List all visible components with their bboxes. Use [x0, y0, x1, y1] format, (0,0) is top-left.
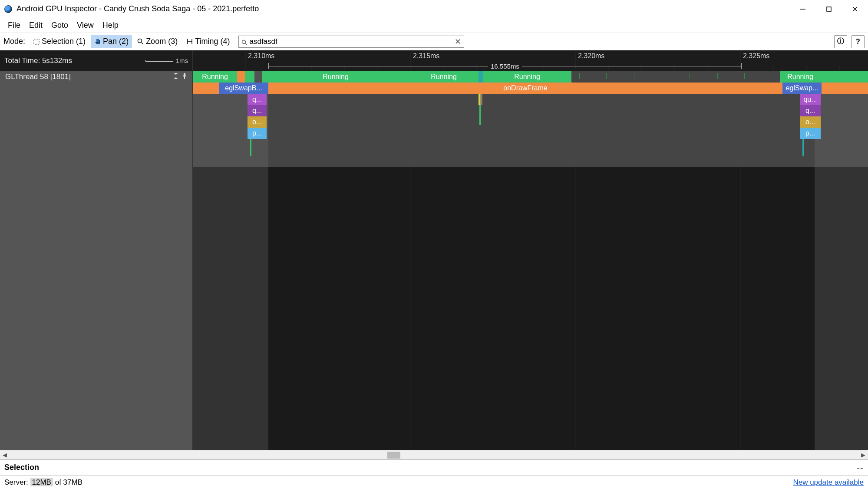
total-time-label: Total Time: 5s132ms: [4, 56, 72, 65]
seg-frame-pre[interactable]: [193, 83, 219, 94]
zoom-icon: [137, 38, 144, 45]
mode-timing-label: Timing (4): [195, 37, 230, 46]
scale-label: 1ms: [176, 57, 188, 64]
seg-block[interactable]: [237, 71, 245, 83]
menu-help[interactable]: Help: [98, 19, 123, 32]
menu-edit[interactable]: Edit: [25, 19, 47, 32]
timeline-panel: Total Time: 5s132ms 1ms 2,310ms 2,315ms …: [0, 50, 868, 450]
scroll-left-icon[interactable]: ◀: [0, 450, 10, 460]
update-link[interactable]: New update available: [793, 478, 864, 487]
seg-thin[interactable]: [802, 139, 804, 156]
timeline-header: Total Time: 5s132ms 1ms 2,310ms 2,315ms …: [0, 50, 868, 71]
selection-panel-header[interactable]: Selection ︿: [0, 459, 868, 475]
svg-rect-1: [827, 7, 831, 11]
search-icon: [241, 39, 248, 45]
track-canvas[interactable]: Running Running Running Running Running …: [193, 71, 868, 450]
seg-running[interactable]: Running: [409, 71, 479, 83]
menubar: File Edit Goto View Help: [0, 18, 868, 33]
maximize-button[interactable]: [816, 0, 842, 18]
track-list: GLThread 58 [1801]: [0, 71, 193, 450]
svg-point-10: [242, 40, 246, 43]
mode-timing[interactable]: Timing (4): [183, 35, 233, 48]
minimize-button[interactable]: [790, 0, 816, 18]
scale-bar-icon: [145, 60, 173, 62]
seg-running[interactable]: Running: [780, 71, 821, 83]
chevron-up-icon[interactable]: ︿: [857, 464, 864, 471]
help-button[interactable]: ?: [851, 35, 865, 48]
search-box[interactable]: ✕: [238, 36, 464, 48]
info-button[interactable]: ⓘ: [834, 35, 847, 48]
seg-running-tail[interactable]: [821, 71, 868, 83]
scroll-thumb[interactable]: [387, 452, 400, 459]
pin-icon[interactable]: [182, 73, 187, 81]
scroll-right-icon[interactable]: ▶: [858, 450, 868, 460]
timeline-ruler[interactable]: 2,310ms 2,315ms 2,320ms 2,325ms 16.555ms: [193, 50, 868, 71]
track-name: GLThread 58 [1801]: [5, 73, 71, 81]
seg-running[interactable]: Running: [262, 71, 409, 83]
server-used: 12MB: [30, 478, 53, 486]
pan-icon: [94, 38, 101, 45]
svg-line-11: [245, 43, 247, 45]
window-title: Android GPU Inspector - Candy Crush Soda…: [17, 4, 259, 13]
time-scale: 1ms: [145, 57, 188, 64]
range-marker: 16.555ms: [268, 63, 742, 69]
mode-pan[interactable]: Pan (2): [91, 35, 132, 48]
range-label: 16.555ms: [488, 63, 522, 70]
timeline-header-left: Total Time: 5s132ms 1ms: [0, 50, 193, 71]
app-icon: [4, 5, 12, 13]
mode-zoom[interactable]: Zoom (3): [134, 35, 181, 48]
mode-pan-label: Pan (2): [103, 37, 129, 46]
seg-q[interactable]: q...: [248, 94, 267, 105]
seg-running[interactable]: Running: [483, 71, 571, 83]
close-button[interactable]: [842, 0, 868, 18]
status-bar: Server: 12MB of 37MB New update availabl…: [0, 475, 868, 489]
timing-icon: [186, 38, 193, 45]
mode-selection-label: Selection (1): [42, 37, 86, 46]
seg-frame-post[interactable]: [822, 83, 868, 94]
selection-title: Selection: [4, 463, 39, 472]
mode-selection[interactable]: Selection (1): [30, 35, 89, 48]
horizontal-scrollbar[interactable]: ◀ ▶: [0, 450, 868, 459]
seg-thin[interactable]: [250, 139, 251, 156]
selection-icon: [33, 38, 40, 45]
menu-goto[interactable]: Goto: [47, 19, 73, 32]
mode-label: Mode:: [3, 37, 25, 46]
seg-o[interactable]: o...: [248, 116, 267, 128]
search-clear-icon[interactable]: ✕: [454, 38, 461, 45]
svg-point-5: [138, 39, 142, 43]
seg-o[interactable]: o...: [800, 116, 821, 128]
seg-eglswap[interactable]: eglSwapB...: [219, 83, 268, 94]
seg-p[interactable]: p...: [800, 128, 821, 139]
help-icon: ?: [856, 38, 860, 46]
seg-p[interactable]: p...: [248, 128, 267, 139]
seg-qu[interactable]: qu...: [800, 94, 821, 105]
seg-eglswap[interactable]: eglSwap...: [782, 83, 822, 94]
menu-file[interactable]: File: [3, 19, 25, 32]
seg-thin[interactable]: [479, 116, 481, 125]
svg-rect-4: [34, 39, 39, 44]
titlebar: Android GPU Inspector - Candy Crush Soda…: [0, 0, 868, 18]
seg-running[interactable]: Running: [193, 71, 237, 83]
seg-running-small[interactable]: [245, 71, 254, 83]
menu-view[interactable]: View: [73, 19, 98, 32]
ruler-tick: 2,325ms: [740, 52, 769, 69]
seg-block[interactable]: [479, 71, 483, 83]
toolbar: Mode: Selection (1) Pan (2) Zoom (3) Tim…: [0, 33, 868, 50]
seg-q[interactable]: q...: [248, 105, 267, 116]
svg-line-6: [142, 43, 143, 44]
seg-ondrawframe[interactable]: onDrawFrame: [268, 83, 782, 94]
search-input[interactable]: [249, 37, 454, 46]
seg-thin[interactable]: [481, 94, 482, 105]
seg-q[interactable]: q...: [800, 105, 821, 116]
collapse-icon[interactable]: [173, 73, 178, 81]
seg-thin[interactable]: [479, 105, 481, 116]
scroll-track[interactable]: [10, 450, 858, 460]
track-label[interactable]: GLThread 58 [1801]: [0, 71, 192, 83]
server-status: Server: 12MB of 37MB: [4, 478, 83, 487]
mode-zoom-label: Zoom (3): [146, 37, 178, 46]
info-icon: ⓘ: [837, 37, 844, 46]
